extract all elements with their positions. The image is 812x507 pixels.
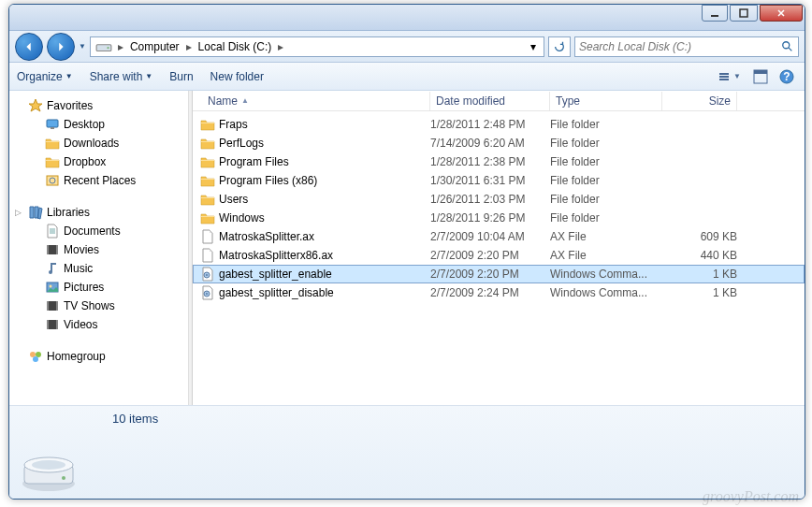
file-icon: [200, 248, 215, 263]
homegroup-header[interactable]: Homegroup: [9, 347, 188, 366]
file-name: gabest_splitter_enable: [219, 268, 332, 281]
file-row[interactable]: MatroskaSplitter.ax2/7/2009 10:04 AMAX F…: [193, 227, 805, 246]
movies-icon: [45, 317, 60, 332]
file-type: Windows Comma...: [550, 268, 662, 281]
file-type: File folder: [550, 174, 662, 187]
refresh-button[interactable]: [548, 36, 571, 57]
address-segment-computer[interactable]: Computer: [126, 38, 183, 55]
file-name: MatroskaSplitterx86.ax: [219, 249, 333, 262]
file-list[interactable]: Fraps1/28/2011 2:48 PMFile folderPerfLog…: [193, 111, 805, 405]
file-row[interactable]: MatroskaSplitterx86.ax2/7/2009 2:20 PMAX…: [193, 246, 805, 265]
file-row[interactable]: Fraps1/28/2011 2:48 PMFile folder: [193, 115, 805, 134]
nav-music[interactable]: Music: [9, 259, 188, 278]
view-options-button[interactable]: ▼: [717, 70, 745, 83]
music-icon: [45, 261, 60, 276]
documents-icon: [45, 224, 60, 239]
navigation-bar: ▼ ▸ Computer ▸ Local Disk (C:) ▸ ▾: [9, 31, 805, 63]
file-row[interactable]: Program Files (x86)1/30/2011 6:31 PMFile…: [193, 171, 805, 190]
file-type: File folder: [550, 137, 662, 150]
help-button[interactable]: [776, 67, 797, 86]
column-size[interactable]: Size: [662, 92, 737, 110]
address-bar[interactable]: ▸ Computer ▸ Local Disk (C:) ▸ ▾: [90, 36, 544, 57]
nav-dropbox[interactable]: Dropbox: [9, 152, 188, 171]
file-type: AX File: [550, 249, 662, 262]
libraries-icon: [28, 205, 43, 220]
maximize-button[interactable]: [730, 5, 758, 22]
favorites-label: Favorites: [47, 99, 93, 112]
file-name: Program Files (x86): [219, 174, 317, 187]
file-row[interactable]: gabest_splitter_disable2/7/2009 2:24 PMW…: [193, 283, 805, 302]
column-name[interactable]: Name▲: [193, 92, 430, 110]
nav-recent-places[interactable]: Recent Places: [9, 171, 188, 190]
address-segment-drive[interactable]: Local Disk (C:): [195, 38, 276, 55]
file-icon: [200, 229, 215, 244]
burn-button[interactable]: Burn: [169, 70, 193, 83]
column-date[interactable]: Date modified: [430, 92, 550, 110]
folder-icon: [45, 136, 60, 151]
folder-icon: [200, 210, 215, 225]
column-type[interactable]: Type: [550, 92, 662, 110]
libraries-header[interactable]: ▷ Libraries: [9, 203, 188, 222]
favorites-header[interactable]: Favorites: [9, 96, 188, 115]
file-row[interactable]: Users1/26/2011 2:03 PMFile folder: [193, 190, 805, 209]
movies-icon: [45, 242, 60, 257]
file-date: 1/30/2011 6:31 PM: [430, 174, 550, 187]
close-button[interactable]: [760, 5, 803, 22]
organize-button[interactable]: Organize▼: [17, 70, 73, 83]
svg-point-26: [783, 41, 790, 48]
file-date: 2/7/2009 2:24 PM: [430, 286, 550, 299]
folder-icon: [200, 173, 215, 188]
file-name: Program Files: [219, 155, 289, 168]
file-type: AX File: [550, 230, 662, 243]
address-arrow[interactable]: ▸: [183, 38, 195, 55]
file-size: 609 KB: [662, 230, 737, 243]
new-folder-button[interactable]: New folder: [210, 70, 264, 83]
nav-pictures[interactable]: Pictures: [9, 278, 188, 297]
item-count: 10 items: [112, 412, 158, 426]
homegroup-label: Homegroup: [47, 350, 106, 363]
preview-pane-button[interactable]: [750, 67, 771, 86]
file-row[interactable]: Windows1/28/2011 9:26 PMFile folder: [193, 209, 805, 227]
file-date: 1/28/2011 2:38 PM: [430, 155, 550, 168]
file-type: File folder: [550, 118, 662, 131]
movies-icon: [45, 298, 60, 313]
watermark: groovyPost.com: [703, 488, 799, 505]
search-input[interactable]: [579, 40, 781, 53]
star-icon: [28, 98, 43, 113]
file-row[interactable]: gabest_splitter_enable2/7/2009 2:20 PMWi…: [193, 265, 805, 283]
file-name: Users: [219, 193, 248, 206]
address-root-arrow[interactable]: ▸: [115, 38, 126, 55]
search-box[interactable]: [574, 36, 799, 57]
address-arrow[interactable]: ▸: [275, 38, 286, 55]
nav-videos[interactable]: Videos: [9, 315, 188, 334]
file-name: Windows: [219, 211, 265, 225]
pictures-icon: [45, 280, 60, 295]
file-date: 2/7/2009 2:20 PM: [430, 249, 550, 262]
recent-dropdown[interactable]: ▼: [79, 42, 86, 51]
file-date: 1/28/2011 9:26 PM: [430, 211, 550, 225]
file-list-pane: Name▲ Date modified Type Size Fraps1/28/…: [193, 91, 805, 405]
expand-icon[interactable]: ▷: [15, 208, 22, 217]
nav-documents[interactable]: Documents: [9, 222, 188, 240]
forward-button[interactable]: [47, 33, 75, 61]
details-pane: 10 items: [9, 405, 805, 499]
toolbar: Organize▼ Share with▼ Burn New folder ▼: [9, 63, 805, 91]
file-type: File folder: [550, 193, 662, 206]
folder-icon: [200, 136, 215, 151]
titlebar: [9, 5, 805, 31]
nav-tv-shows[interactable]: TV Shows: [9, 297, 188, 315]
file-row[interactable]: Program Files1/28/2011 2:38 PMFile folde…: [193, 152, 805, 171]
folder-icon: [200, 117, 215, 132]
nav-movies[interactable]: Movies: [9, 240, 188, 259]
address-history-dropdown[interactable]: ▾: [525, 38, 542, 55]
file-date: 1/26/2011 2:03 PM: [430, 193, 550, 206]
share-button[interactable]: Share with▼: [90, 70, 153, 83]
svg-rect-23: [740, 9, 747, 17]
nav-downloads[interactable]: Downloads: [9, 134, 188, 152]
nav-desktop[interactable]: Desktop: [9, 115, 188, 134]
minimize-button[interactable]: [702, 5, 728, 22]
back-button[interactable]: [15, 33, 43, 61]
file-row[interactable]: PerfLogs7/14/2009 6:20 AMFile folder: [193, 134, 805, 152]
navigation-pane: Favorites Desktop Downloads Dropbox Rece…: [9, 91, 189, 405]
file-date: 1/28/2011 2:48 PM: [430, 118, 550, 131]
